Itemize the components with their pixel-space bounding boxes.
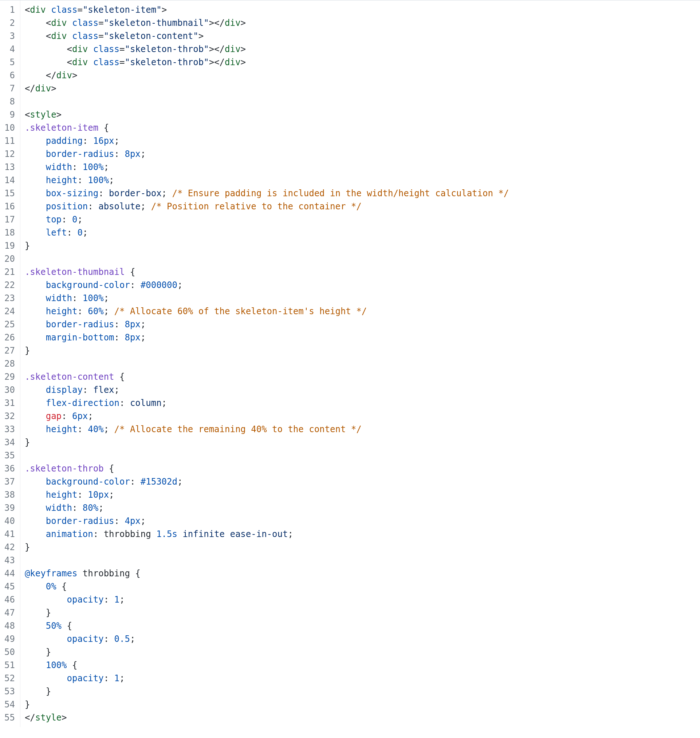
code-token [25,503,46,513]
code-line[interactable]: height: 10px; [25,488,696,501]
code-line[interactable]: 50% { [25,619,696,632]
code-line[interactable]: } [25,541,696,554]
line-number: 8 [4,95,15,108]
code-token: 10px [88,490,109,500]
code-line[interactable] [25,449,696,462]
code-token [25,201,46,211]
code-line[interactable]: .skeleton-thumbnail { [25,266,696,279]
code-token: > [62,713,67,723]
code-line[interactable]: display: flex; [25,383,696,396]
code-content[interactable]: <div class="skeleton-item"> <div class="… [21,0,700,727]
code-token: 1 [114,594,119,605]
code-line[interactable]: height: 60%; /* Allocate 60% of the skel… [25,305,696,318]
code-token: .skeleton-throb [25,464,104,474]
code-token: throbbing [104,529,157,539]
code-token: : [104,673,114,684]
code-line[interactable]: <div class="skeleton-throb"></div> [25,43,696,56]
line-number: 18 [4,226,15,239]
code-line[interactable]: @keyframes throbbing { [25,567,696,580]
code-line[interactable]: } [25,436,696,449]
code-line[interactable]: margin-bottom: 8px; [25,331,696,344]
code-line[interactable]: <div class="skeleton-throb"></div> [25,56,696,69]
code-token: : [77,424,88,434]
code-line[interactable]: height: 40%; /* Allocate the remaining 4… [25,423,696,436]
code-line[interactable]: <div class="skeleton-content"> [25,29,696,43]
code-line[interactable]: } [25,606,696,619]
code-line[interactable]: width: 100%; [25,161,696,174]
code-line[interactable]: </div> [25,69,696,82]
code-line[interactable] [25,357,696,370]
code-token: div [225,18,240,28]
code-line[interactable]: opacity: 1; [25,672,696,685]
line-number: 53 [4,685,15,698]
code-line[interactable]: border-radius: 4px; [25,515,696,528]
code-token: throbbing [77,568,130,578]
code-line[interactable]: </style> [25,711,696,724]
code-line[interactable]: background-color: #000000; [25,279,696,292]
code-line[interactable]: } [25,698,696,711]
code-token: ; [162,398,167,408]
code-line[interactable]: border-radius: 8px; [25,318,696,331]
line-number: 24 [4,305,15,318]
code-token: 50% [46,621,62,631]
code-line[interactable]: <div class="skeleton-item"> [25,3,696,16]
code-line[interactable]: .skeleton-throb { [25,462,696,475]
code-token: div [225,44,240,54]
code-token: = [119,44,125,54]
code-editor[interactable]: 1234567891011121314151617181920212223242… [0,0,700,727]
code-line[interactable]: padding: 16px; [25,134,696,147]
line-number: 48 [4,619,15,632]
code-token: ></ [209,44,225,54]
code-line[interactable]: .skeleton-content { [25,370,696,383]
code-line[interactable]: background-color: #15302d; [25,475,696,488]
code-token: class [72,31,99,41]
code-line[interactable]: <style> [25,108,696,121]
code-line[interactable]: border-radius: 8px; [25,147,696,161]
code-token: animation [46,529,93,539]
code-line[interactable]: } [25,344,696,357]
code-token: height [46,306,78,316]
code-line[interactable]: top: 0; [25,213,696,226]
code-token: > [240,57,246,67]
code-token: </ [25,713,35,723]
line-number: 3 [4,29,15,43]
code-token [25,660,46,670]
code-line[interactable] [25,554,696,567]
code-line[interactable]: width: 100%; [25,292,696,305]
code-line[interactable]: left: 0; [25,226,696,239]
code-token: ; [119,594,125,605]
code-line[interactable]: opacity: 1; [25,593,696,606]
code-line[interactable]: width: 80%; [25,501,696,515]
code-line[interactable]: opacity: 0.5; [25,632,696,646]
code-token: 0 [77,227,82,238]
line-number: 13 [4,161,15,174]
code-token: : [114,332,125,343]
code-token: background-color [46,477,130,487]
line-number: 45 [4,580,15,593]
code-token: 100% [46,660,67,670]
code-line[interactable]: flex-direction: column; [25,396,696,409]
code-line[interactable]: 0% { [25,580,696,593]
code-line[interactable] [25,252,696,266]
code-token: < [25,110,30,120]
code-line[interactable]: 100% { [25,659,696,672]
code-token: top [46,214,62,224]
code-line[interactable]: position: absolute; /* Position relative… [25,200,696,213]
code-line[interactable]: <div class="skeleton-thumbnail"></div> [25,16,696,29]
code-line[interactable]: } [25,239,696,252]
code-line[interactable]: gap: 6px; [25,409,696,423]
code-token: 100% [88,175,109,185]
code-line[interactable]: height: 100%; [25,174,696,187]
line-number: 22 [4,279,15,292]
code-line[interactable]: animation: throbbing 1.5s infinite ease-… [25,528,696,541]
code-token: infinite ease-in-out [177,529,288,539]
code-line[interactable]: } [25,646,696,659]
code-line[interactable]: } [25,685,696,698]
code-line[interactable] [25,95,696,108]
code-line[interactable]: </div> [25,82,696,95]
line-number: 23 [4,292,15,305]
code-line[interactable]: .skeleton-item { [25,121,696,134]
line-number: 47 [4,606,15,619]
code-token: = [99,31,103,41]
code-line[interactable]: box-sizing: border-box; /* Ensure paddin… [25,187,696,200]
